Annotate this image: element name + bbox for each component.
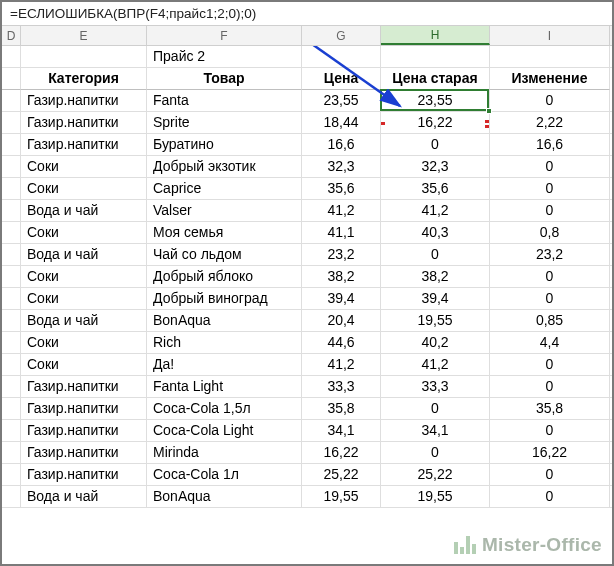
cell-price[interactable]: 39,4	[302, 288, 381, 309]
cell-item[interactable]: Coca-Cola Light	[147, 420, 302, 441]
grid[interactable]: Прайс 2 Категория Товар Цена Цена старая…	[2, 46, 612, 508]
cell-price[interactable]: 19,55	[302, 486, 381, 507]
cell-price[interactable]: 35,8	[302, 398, 381, 419]
cell-change[interactable]: 0	[490, 178, 610, 199]
cell-old-price[interactable]: 19,55	[381, 486, 490, 507]
cell[interactable]	[2, 376, 21, 397]
cell-change[interactable]: 0	[490, 486, 610, 507]
cell-old-price[interactable]: 39,4	[381, 288, 490, 309]
cell[interactable]	[2, 244, 21, 265]
cell-price[interactable]: 20,4	[302, 310, 381, 331]
cell-old-price[interactable]: 0	[381, 442, 490, 463]
cell-change[interactable]: 2,22	[490, 112, 610, 133]
cell-category[interactable]: Газир.напитки	[21, 442, 147, 463]
cell-change[interactable]: 0	[490, 354, 610, 375]
cell[interactable]	[2, 332, 21, 353]
cell[interactable]	[2, 222, 21, 243]
col-header-E[interactable]: E	[21, 26, 147, 45]
cell-item[interactable]: Coca-Cola 1л	[147, 464, 302, 485]
cell[interactable]	[2, 464, 21, 485]
cell-category[interactable]: Вода и чай	[21, 244, 147, 265]
cell-category[interactable]: Газир.напитки	[21, 90, 147, 111]
cell-category[interactable]: Соки	[21, 288, 147, 309]
cell-category[interactable]: Газир.напитки	[21, 420, 147, 441]
cell[interactable]	[2, 442, 21, 463]
cell[interactable]	[2, 134, 21, 155]
cell-price[interactable]: 33,3	[302, 376, 381, 397]
cell-change[interactable]: 0	[490, 90, 610, 111]
cell-price[interactable]: 34,1	[302, 420, 381, 441]
cell[interactable]	[302, 46, 381, 67]
cell[interactable]	[381, 46, 490, 67]
cell-category[interactable]: Вода и чай	[21, 200, 147, 221]
cell-old-price[interactable]: 35,6	[381, 178, 490, 199]
cell-item[interactable]: Добрый яблоко	[147, 266, 302, 287]
cell[interactable]	[2, 46, 21, 67]
cell-item[interactable]: Caprice	[147, 178, 302, 199]
cell-category[interactable]: Газир.напитки	[21, 134, 147, 155]
cell-category[interactable]: Газир.напитки	[21, 112, 147, 133]
cell[interactable]	[2, 310, 21, 331]
cell-price[interactable]: 25,22	[302, 464, 381, 485]
cell-price[interactable]: 41,2	[302, 354, 381, 375]
cell-category[interactable]: Соки	[21, 178, 147, 199]
cell-change[interactable]: 4,4	[490, 332, 610, 353]
cell-category[interactable]: Соки	[21, 332, 147, 353]
cell-change[interactable]: 35,8	[490, 398, 610, 419]
formula-bar[interactable]: =ЕСЛИОШИБКА(ВПР(F4;прайс1;2;0);0)	[2, 2, 612, 26]
cell[interactable]	[2, 68, 21, 90]
cell-item[interactable]: Чай со льдом	[147, 244, 302, 265]
cell-category[interactable]: Соки	[21, 222, 147, 243]
cell-item[interactable]: Rich	[147, 332, 302, 353]
col-header-G[interactable]: G	[302, 26, 381, 45]
header-category[interactable]: Категория	[21, 68, 147, 90]
cell-item[interactable]: Mirinda	[147, 442, 302, 463]
col-header-I[interactable]: I	[490, 26, 610, 45]
cell-change[interactable]: 0	[490, 266, 610, 287]
cell[interactable]	[2, 486, 21, 507]
cell-change[interactable]: 0,8	[490, 222, 610, 243]
cell[interactable]	[490, 46, 610, 67]
cell-category[interactable]: Соки	[21, 354, 147, 375]
cell-item[interactable]: Coca-Cola 1,5л	[147, 398, 302, 419]
cell[interactable]	[21, 46, 147, 67]
cell-item[interactable]: Буратино	[147, 134, 302, 155]
cell-category[interactable]: Газир.напитки	[21, 464, 147, 485]
cell-change[interactable]: 16,22	[490, 442, 610, 463]
cell-item[interactable]: BonAqua	[147, 310, 302, 331]
cell-old-price[interactable]: 0	[381, 134, 490, 155]
cell[interactable]	[2, 354, 21, 375]
cell-category[interactable]: Газир.напитки	[21, 376, 147, 397]
cell-category[interactable]: Соки	[21, 156, 147, 177]
cell-category[interactable]: Газир.напитки	[21, 398, 147, 419]
cell-category[interactable]: Вода и чай	[21, 310, 147, 331]
cell[interactable]	[2, 200, 21, 221]
cell-category[interactable]: Соки	[21, 266, 147, 287]
cell-old-price[interactable]: 0	[381, 398, 490, 419]
cell-item[interactable]: Да!	[147, 354, 302, 375]
cell-price[interactable]: 16,22	[302, 442, 381, 463]
col-header-F[interactable]: F	[147, 26, 302, 45]
cell-change[interactable]: 16,6	[490, 134, 610, 155]
cell-old-price[interactable]: 16,22	[381, 112, 490, 133]
cell-price[interactable]: 23,2	[302, 244, 381, 265]
cell[interactable]	[2, 112, 21, 133]
cell-price[interactable]: 41,2	[302, 200, 381, 221]
header-change[interactable]: Изменение	[490, 68, 610, 90]
cell[interactable]	[2, 266, 21, 287]
cell-change[interactable]: 0,85	[490, 310, 610, 331]
cell-change[interactable]: 0	[490, 420, 610, 441]
cell-old-price[interactable]: 33,3	[381, 376, 490, 397]
cell-price[interactable]: 38,2	[302, 266, 381, 287]
cell-price[interactable]: 23,55	[302, 90, 381, 111]
cell-price[interactable]: 41,1	[302, 222, 381, 243]
cell-item[interactable]: Fanta Light	[147, 376, 302, 397]
header-item[interactable]: Товар	[147, 68, 302, 90]
cell-old-price[interactable]: 34,1	[381, 420, 490, 441]
cell-old-price[interactable]: 0	[381, 244, 490, 265]
header-old-price[interactable]: Цена старая	[381, 68, 490, 90]
cell-old-price[interactable]: 41,2	[381, 354, 490, 375]
cell-item[interactable]: Добрый виноград	[147, 288, 302, 309]
cell[interactable]	[2, 398, 21, 419]
cell-item[interactable]: Valser	[147, 200, 302, 221]
